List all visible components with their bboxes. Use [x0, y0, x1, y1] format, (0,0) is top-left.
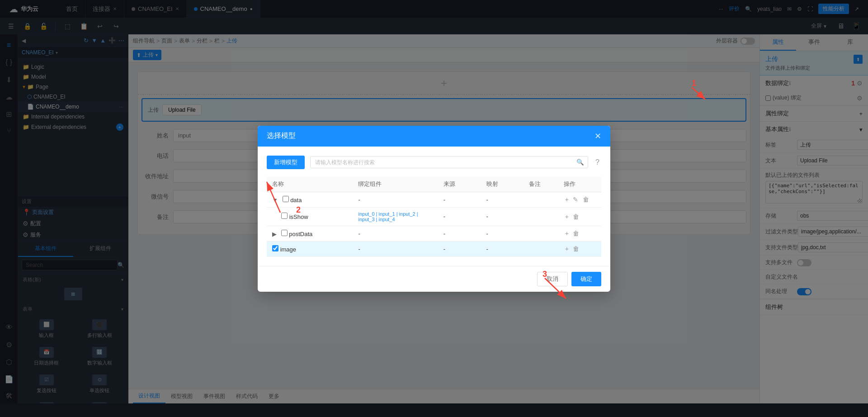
- modal-toolbar: 新增模型 🔍 ?: [267, 156, 601, 169]
- delete-data-btn[interactable]: 🗑: [583, 196, 589, 203]
- modal-table: 名称 绑定组件 来源 映射 备注 操作 ▼ data: [267, 176, 601, 257]
- cell-image-note: [524, 241, 558, 256]
- modal-help-btn[interactable]: ?: [594, 158, 601, 166]
- table-row-isshow[interactable]: isShow input_0 | input_1 | input_2 | inp…: [267, 207, 601, 226]
- col-binding: 绑定组件: [353, 176, 438, 192]
- cell-postdata-binding: -: [353, 226, 438, 241]
- col-source: 来源: [438, 176, 481, 192]
- col-mapping: 映射: [481, 176, 524, 192]
- modal-overlay[interactable]: 选择模型 ✕ 新增模型 🔍 ? 名称 绑定组件 来源 映射: [0, 0, 868, 417]
- new-model-btn[interactable]: 新增模型: [267, 156, 305, 169]
- modal-body: 新增模型 🔍 ? 名称 绑定组件 来源 映射 备注 操作: [258, 147, 610, 266]
- edit-data-btn[interactable]: ✎: [573, 196, 578, 203]
- check-image[interactable]: [272, 245, 278, 251]
- add-isshow-btn[interactable]: +: [565, 213, 569, 220]
- cancel-btn[interactable]: 取消: [537, 272, 568, 286]
- delete-postdata-btn[interactable]: 🗑: [573, 230, 579, 237]
- cell-postdata-name: ▶ postData: [267, 226, 353, 241]
- cell-image-mapping: -: [481, 241, 524, 256]
- check-postdata[interactable]: [281, 230, 288, 236]
- modal-close-btn[interactable]: ✕: [594, 131, 601, 141]
- cell-postdata-source: -: [438, 226, 481, 241]
- cell-image-binding: -: [353, 241, 438, 256]
- expand-data[interactable]: ▼: [272, 197, 278, 204]
- cell-data-mapping: -: [481, 192, 524, 207]
- cell-data-name: ▼ data: [267, 192, 353, 207]
- cell-isshow-name: isShow: [267, 207, 353, 226]
- cell-isshow-mapping: -: [481, 207, 524, 226]
- modal-search-btn[interactable]: 🔍: [573, 156, 588, 168]
- col-name: 名称: [267, 176, 353, 192]
- cell-data-source: -: [438, 192, 481, 207]
- modal-title: 选择模型: [267, 131, 296, 141]
- cell-image-source: -: [438, 241, 481, 256]
- cell-data-binding: -: [353, 192, 438, 207]
- cell-image-action: + 🗑: [558, 241, 601, 256]
- cell-isshow-source: -: [438, 207, 481, 226]
- modal-search-input[interactable]: [311, 157, 573, 168]
- cell-image-name: image: [267, 241, 353, 256]
- cell-data-note: [524, 192, 558, 207]
- delete-isshow-btn[interactable]: 🗑: [573, 213, 579, 220]
- select-model-modal: 选择模型 ✕ 新增模型 🔍 ? 名称 绑定组件 来源 映射: [258, 126, 610, 292]
- expand-postdata[interactable]: ▶: [272, 231, 277, 237]
- modal-table-body: ▼ data - - - + ✎ 🗑: [267, 192, 601, 256]
- cell-isshow-binding: input_0 | input_1 | input_2 | input_3 | …: [353, 207, 438, 226]
- col-action: 操作: [558, 176, 601, 192]
- cell-postdata-mapping: -: [481, 226, 524, 241]
- add-postdata-btn[interactable]: +: [565, 230, 569, 237]
- table-row-postdata[interactable]: ▶ postData - - - + 🗑: [267, 226, 601, 241]
- add-image-btn[interactable]: +: [565, 245, 569, 252]
- add-data-btn[interactable]: +: [565, 196, 569, 203]
- cell-postdata-note: [524, 226, 558, 241]
- modal-header: 选择模型 ✕: [258, 126, 610, 147]
- cell-data-action: + ✎ 🗑: [558, 192, 601, 207]
- confirm-btn[interactable]: 确定: [571, 272, 601, 286]
- check-data[interactable]: [283, 196, 289, 202]
- modal-table-head: 名称 绑定组件 来源 映射 备注 操作: [267, 176, 601, 192]
- modal-search-box: 🔍: [310, 156, 588, 168]
- modal-footer: 取消 确定: [258, 266, 610, 292]
- cell-isshow-action: + 🗑: [558, 207, 601, 226]
- delete-image-btn[interactable]: 🗑: [573, 245, 579, 252]
- cell-isshow-note: [524, 207, 558, 226]
- table-row-image[interactable]: image - - - + 🗑: [267, 241, 601, 256]
- check-isshow[interactable]: [281, 213, 288, 219]
- col-note: 备注: [524, 176, 558, 192]
- table-row-data[interactable]: ▼ data - - - + ✎ 🗑: [267, 192, 601, 207]
- cell-postdata-action: + 🗑: [558, 226, 601, 241]
